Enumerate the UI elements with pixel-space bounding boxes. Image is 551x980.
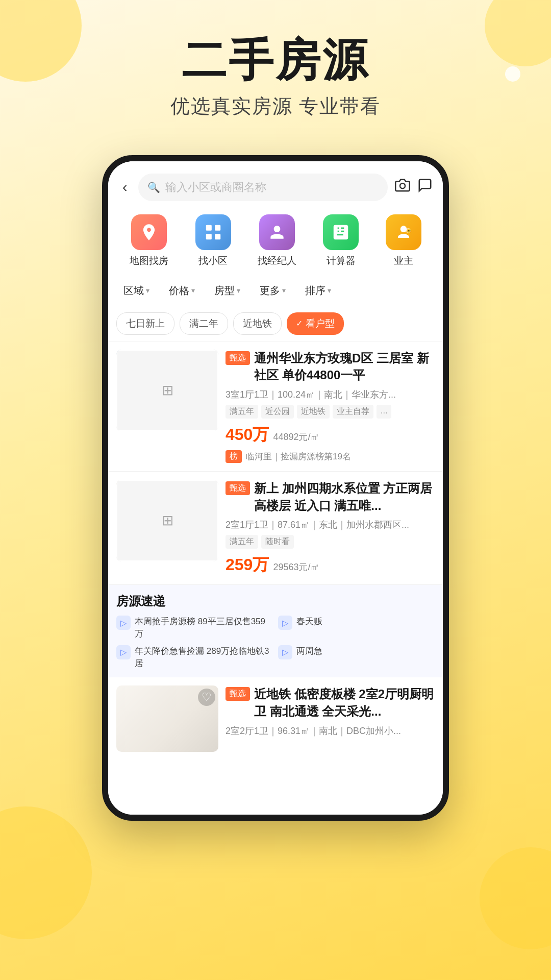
pill-2year[interactable]: 满二年 xyxy=(180,312,228,335)
price-per-2: 29563元/㎡ xyxy=(273,561,319,573)
listing-card-3[interactable]: ♡ 甄选 近地铁 低密度板楼 2室2厅明厨明卫 南北通透 全天采光... 2室2… xyxy=(108,677,443,760)
phone-mockup: ‹ 🔍 输入小区或商圈名称 xyxy=(102,155,449,821)
nav-label-area: 找小区 xyxy=(198,254,228,267)
tag-1-3: 业主自荐 xyxy=(333,405,373,419)
search-input-wrap[interactable]: 🔍 输入小区或商圈名称 xyxy=(138,174,388,201)
quick-filters-row: 七日新上 满二年 近地铁 ✓ 看户型 xyxy=(108,306,443,341)
search-input[interactable]: 输入小区或商圈名称 xyxy=(165,180,266,195)
listing-meta-3: 2室2厅1卫｜96.31㎡｜南北｜DBC加州小... xyxy=(226,724,435,738)
rank-text-1: 临河里｜捡漏房源榜第19名 xyxy=(246,451,351,462)
svg-point-5 xyxy=(400,226,407,232)
filter-sort[interactable]: 排序 ▾ xyxy=(298,280,338,302)
svg-point-0 xyxy=(400,184,405,189)
listing-card-1[interactable]: ♡ ⊞ 甄选 通州华业东方玫瑰D区 三居室 新社区 单价44800一平 3室1厅… xyxy=(108,341,443,472)
listing-title-1: 通州华业东方玫瑰D区 三居室 新社区 单价44800一平 xyxy=(254,350,435,384)
svg-rect-2 xyxy=(215,225,220,231)
listing-meta-2: 2室1厅1卫｜87.61㎡｜东北｜加州水郡西区... xyxy=(226,518,435,532)
pill-floorplan[interactable]: ✓ 看户型 xyxy=(287,312,344,335)
zhijing-badge-3: 甄选 xyxy=(226,687,250,701)
listing-image-2: ♡ ⊞ xyxy=(116,480,218,561)
listing-image-1: ♡ ⊞ xyxy=(116,350,218,431)
chevron-down-icon: ▾ xyxy=(328,286,331,295)
rank-badge-1: 榜 xyxy=(226,450,242,463)
svg-rect-4 xyxy=(215,234,220,239)
search-icon: 🔍 xyxy=(147,181,160,193)
express-grid: ▷ 本周抢手房源榜 89平三居仅售359万 ▷ 春天贩 ▷ 年关降价急售捡漏 2… xyxy=(116,616,435,669)
listing-tags-1: 满五年 近公园 近地铁 业主自荐 ... xyxy=(226,405,435,419)
svg-text:😊: 😊 xyxy=(407,228,412,233)
express-text-2: 年关降价急售捡漏 289万抢临地铁3居 xyxy=(135,645,273,670)
deco-circle-bottomright xyxy=(480,847,551,949)
express-item-2[interactable]: ▷ 年关降价急售捡漏 289万抢临地铁3居 xyxy=(116,645,273,670)
chevron-down-icon: ▾ xyxy=(237,286,240,295)
tag-1-1: 近公园 xyxy=(261,405,294,419)
listing-info-2: 甄选 新上 加州四期水系位置 方正两居 高楼层 近入口 满五唯... 2室1厅1… xyxy=(226,480,435,576)
price-row-2: 259万 29563元/㎡ xyxy=(226,554,435,576)
svg-rect-3 xyxy=(206,234,211,239)
listing-info-3: 甄选 近地铁 低密度板楼 2室2厅明厨明卫 南北通透 全天采光... 2室2厅1… xyxy=(226,685,435,752)
phone-screen: ‹ 🔍 输入小区或商圈名称 xyxy=(108,161,443,815)
express-text-0: 本周抢手房源榜 89平三居仅售359万 xyxy=(135,616,273,640)
calc-icon xyxy=(323,214,359,250)
listing-meta-1: 3室1厅1卫｜100.24㎡｜南北｜华业东方... xyxy=(226,388,435,402)
deco-circle-bottomleft xyxy=(0,806,92,939)
tag-1-2: 近地铁 xyxy=(297,405,330,419)
tag-1-0: 满五年 xyxy=(226,405,258,419)
chevron-down-icon: ▾ xyxy=(146,286,149,295)
filter-type[interactable]: 房型 ▾ xyxy=(207,280,247,302)
tag-2-1: 随时看 xyxy=(261,535,294,549)
listing-title-2: 新上 加州四期水系位置 方正两居 高楼层 近入口 满五唯... xyxy=(254,480,435,514)
pill-subway[interactable]: 近地铁 xyxy=(233,312,282,335)
search-bar-row: ‹ 🔍 输入小区或商圈名称 xyxy=(108,161,443,209)
express-item-0[interactable]: ▷ 本周抢手房源榜 89平三居仅售359万 xyxy=(116,616,273,640)
price-main-2: 259万 xyxy=(226,554,269,576)
express-text-1: 春天贩 xyxy=(296,616,322,628)
quick-nav: 地图找房 找小区 xyxy=(108,209,443,276)
nav-item-calc[interactable]: 计算器 xyxy=(323,214,359,267)
listing-title-3: 近地铁 低密度板楼 2室2厅明厨明卫 南北通透 全天采光... xyxy=(254,685,435,720)
zhijing-badge-1: 甄选 xyxy=(226,351,250,365)
floorplan-thumb-2: ⊞ xyxy=(116,480,218,561)
listing-image-3: ♡ xyxy=(116,685,218,752)
owner-icon: 😊 xyxy=(386,214,421,250)
nav-label-owner: 业主 xyxy=(394,254,413,267)
camera-icon-button[interactable] xyxy=(395,178,410,197)
chevron-down-icon: ▾ xyxy=(282,286,286,295)
page-header: 二手房源 优选真实房源 专业带看 xyxy=(0,0,551,135)
back-button[interactable]: ‹ xyxy=(118,177,131,198)
page-title-sub: 优选真实房源 专业带看 xyxy=(0,93,551,119)
nav-item-area[interactable]: 找小区 xyxy=(195,214,231,267)
message-icon-button[interactable] xyxy=(417,178,433,197)
area-icon xyxy=(195,214,231,250)
svg-rect-1 xyxy=(206,225,211,231)
price-row-1: 450万 44892元/㎡ xyxy=(226,424,435,446)
listing-tags-2: 满五年 随时看 xyxy=(226,535,435,549)
tag-2-0: 满五年 xyxy=(226,535,258,549)
nav-item-map[interactable]: 地图找房 xyxy=(130,214,168,267)
filter-more[interactable]: 更多 ▾ xyxy=(253,280,293,302)
page-title-main: 二手房源 xyxy=(0,36,551,85)
express-section: 房源速递 ▷ 本周抢手房源榜 89平三居仅售359万 ▷ 春天贩 ▷ 年关降价急… xyxy=(108,585,443,677)
map-icon xyxy=(131,214,167,250)
nav-item-agent[interactable]: 找经纪人 xyxy=(258,214,296,267)
pill-7day[interactable]: 七日新上 xyxy=(116,312,174,335)
zhijing-badge-2: 甄选 xyxy=(226,481,250,495)
express-text-3: 两周急 xyxy=(296,645,322,657)
price-main-1: 450万 xyxy=(226,424,269,446)
express-item-3[interactable]: ▷ 两周急 xyxy=(278,645,435,670)
express-icon-0: ▷ xyxy=(116,616,131,630)
nav-label-map: 地图找房 xyxy=(130,254,168,267)
check-icon: ✓ xyxy=(296,318,303,328)
chevron-down-icon: ▾ xyxy=(191,286,195,295)
listing-info-1: 甄选 通州华业东方玫瑰D区 三居室 新社区 单价44800一平 3室1厅1卫｜1… xyxy=(226,350,435,463)
ranking-row-1: 榜 临河里｜捡漏房源榜第19名 xyxy=(226,450,435,463)
agent-icon xyxy=(259,214,295,250)
listing-card-2[interactable]: ♡ ⊞ 甄选 新上 加州四期水系位置 方正两居 高楼层 近入口 满五唯... 2… xyxy=(108,472,443,585)
tag-1-4: ... xyxy=(377,405,391,419)
phone-container: ‹ 🔍 输入小区或商圈名称 xyxy=(0,155,551,821)
express-item-1[interactable]: ▷ 春天贩 xyxy=(278,616,435,640)
filter-price[interactable]: 价格 ▾ xyxy=(162,280,202,302)
nav-item-owner[interactable]: 😊 业主 xyxy=(386,214,421,267)
filter-area[interactable]: 区域 ▾ xyxy=(116,280,157,302)
express-icon-2: ▷ xyxy=(116,645,131,659)
